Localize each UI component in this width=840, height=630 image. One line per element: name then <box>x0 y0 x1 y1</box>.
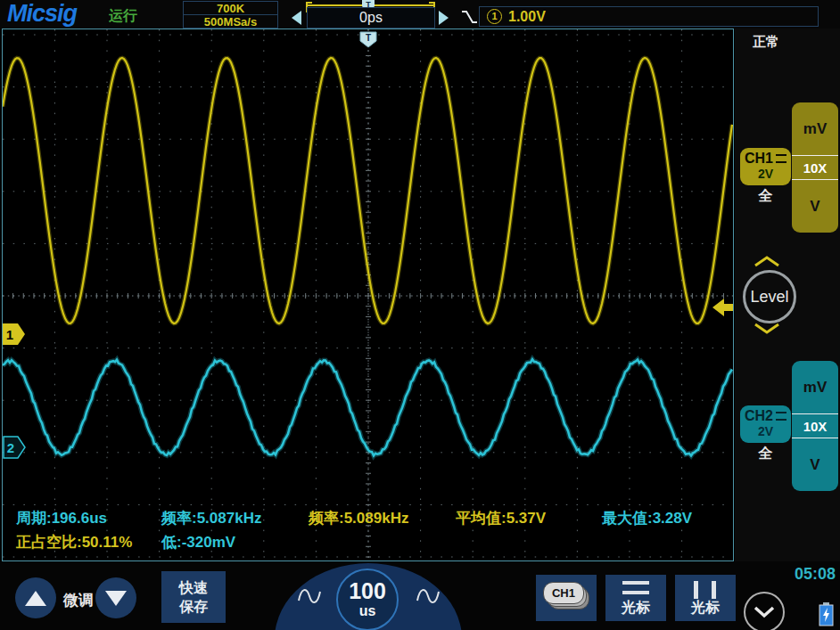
measurement-duty-cycle: 正占空比:50.11% <box>16 532 132 552</box>
horizontal-cursor-label: 光标 <box>605 599 666 618</box>
quick-save-label-line2: 保存 <box>179 597 208 616</box>
ch1-scale-panel[interactable]: mV 10X V <box>792 102 838 233</box>
ch2-probe-factor[interactable]: 10X <box>792 413 838 438</box>
ch1-unit-v-button[interactable]: V <box>792 180 838 233</box>
run-status-label: 运行 <box>109 7 137 26</box>
fine-tune-label: 微调 <box>59 590 98 610</box>
vertical-cursor-button[interactable]: 光标 <box>675 575 736 621</box>
trigger-delay-box[interactable]: 0ps <box>307 7 435 29</box>
timebase-unit: us <box>338 604 397 618</box>
vertical-cursor-label: 光标 <box>675 599 736 618</box>
vertical-cursor-line-icon <box>694 581 698 599</box>
trigger-level-value: 1.00V <box>508 9 546 25</box>
ch2-unit-v-button[interactable]: V <box>792 438 838 491</box>
channel-select-button[interactable]: CH1 <box>536 575 597 621</box>
horizontal-cursor-button[interactable]: 光标 <box>605 575 666 621</box>
fine-tune-down-button[interactable] <box>95 577 136 618</box>
trigger-time-marker[interactable]: T <box>360 32 376 47</box>
level-knob-label: Level <box>750 288 788 307</box>
falling-edge-icon <box>461 8 478 25</box>
measurement-low: 低:-320mV <box>161 532 235 552</box>
acquisition-info-box[interactable]: 700K 500MSa/s <box>183 1 278 29</box>
grid-and-waveform-traces <box>3 29 733 560</box>
brand-logo: Micsig <box>7 0 77 28</box>
dc-coupling-icon <box>776 154 786 163</box>
memory-depth-value: 700K <box>184 2 277 15</box>
ch2-scale-value: 2V <box>740 425 791 438</box>
ch1-scale-value: 2V <box>740 168 791 181</box>
measurement-average: 平均值:5.37V <box>456 508 546 528</box>
chevron-down-icon <box>745 593 783 630</box>
vertical-cursor-line-icon <box>712 581 716 599</box>
ch2-bandwidth-label: 全 <box>740 445 791 463</box>
measurement-row-2: 正占空比:50.11%低:-320mV <box>3 532 733 552</box>
ch2-trace-glow <box>3 359 732 455</box>
up-triangle-icon <box>25 591 46 606</box>
trigger-level-knob[interactable]: Level <box>743 270 796 323</box>
right-control-sidebar: 正常 mV 10X V CH1 2V 全 Level mV 10X V <box>735 29 840 561</box>
measurement-frequency-2: 频率:5.089kHz <box>309 508 408 528</box>
trigger-delay-value: 0ps <box>359 10 383 26</box>
ch2-badge[interactable]: CH2 2V <box>740 405 791 443</box>
ch1-bandwidth-label: 全 <box>740 187 791 206</box>
ch2-position-marker[interactable]: 2 <box>4 437 25 458</box>
bottom-control-bar: 微调 快速 保存 100 us CH1 光标 <box>0 561 840 630</box>
clock-display: 05:08 <box>795 565 836 584</box>
timebase-value: 100 <box>338 577 397 604</box>
trigger-mode-label: 正常 <box>753 34 779 51</box>
channel-select-label: CH1 <box>543 582 584 604</box>
trigger-time-marker-label: T <box>366 33 371 43</box>
trigger-delay-left-arrow-icon[interactable] <box>292 11 301 25</box>
level-up-chevron-icon[interactable] <box>754 256 780 267</box>
trigger-source-badge: 1 <box>487 9 502 24</box>
horizontal-cursor-line-icon <box>622 581 649 585</box>
ch2-badge-label: CH2 <box>745 407 773 425</box>
trigger-delay-right-arrow-icon[interactable] <box>439 11 449 25</box>
ch2-position-marker-label: 2 <box>7 440 14 455</box>
measurement-frequency-1: 频率:5.087kHz <box>161 508 261 528</box>
quick-save-button[interactable]: 快速 保存 <box>161 571 226 623</box>
trigger-info-box[interactable]: 1 1.00V <box>479 6 819 27</box>
ch1-badge-label: CH1 <box>745 150 773 168</box>
measurement-row-1: 周期:196.6us频率:5.087kHz频率:5.089kHz平均值:5.37… <box>3 508 733 528</box>
measurement-period: 周期:196.6us <box>16 508 107 528</box>
ch2-unit-mv-button[interactable]: mV <box>792 361 838 413</box>
slow-timebase-sine-icon[interactable] <box>297 584 322 608</box>
fast-timebase-sine-icon[interactable] <box>416 584 441 608</box>
timebase-knob[interactable]: 100 us <box>336 569 399 630</box>
measurement-maximum: 最大值:3.28V <box>602 508 692 528</box>
ch1-badge[interactable]: CH1 2V <box>740 148 791 185</box>
fine-tune-up-button[interactable] <box>15 577 56 618</box>
ch1-position-marker[interactable]: 1 <box>3 323 25 345</box>
oscilloscope-app: Micsig 运行 700K 500MSa/s T 0ps 1 1.00V <box>0 0 840 630</box>
ch1-position-marker-label: 1 <box>6 327 13 342</box>
sample-rate-value: 500MSa/s <box>184 15 277 28</box>
ch1-probe-factor[interactable]: 10X <box>792 155 838 180</box>
battery-charging-icon <box>819 602 834 626</box>
down-triangle-icon <box>105 591 127 606</box>
horizontal-cursor-line-icon <box>622 591 649 594</box>
top-status-bar: Micsig 运行 700K 500MSa/s T 0ps 1 1.00V <box>0 0 840 29</box>
trigger-level-arrow-icon[interactable] <box>712 299 733 316</box>
collapse-menu-button[interactable] <box>744 592 785 630</box>
dc-coupling-icon <box>776 412 786 421</box>
quick-save-label-line1: 快速 <box>179 578 208 597</box>
waveform-display-area[interactable]: T 1 2 周期:196.6us频率:5.087kHz频率:5.089kHz平均… <box>2 29 734 561</box>
ch2-scale-panel[interactable]: mV 10X V <box>792 361 838 491</box>
level-down-chevron-icon[interactable] <box>754 323 780 334</box>
ch1-unit-mv-button[interactable]: mV <box>792 102 838 155</box>
